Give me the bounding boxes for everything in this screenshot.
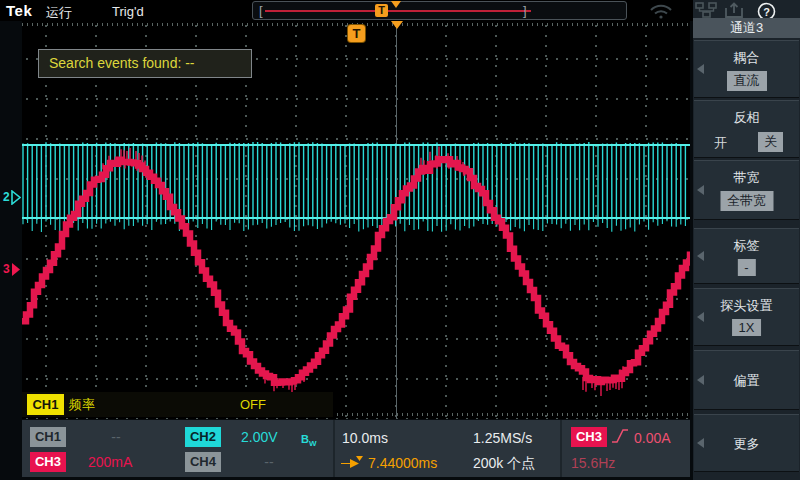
ch3-badge[interactable]: CH3	[30, 452, 66, 472]
measurement-bar: CH1 频率 OFF	[22, 392, 333, 417]
network-icon	[695, 2, 718, 18]
record-view-line	[265, 10, 531, 12]
sidebar-item-invert[interactable]: 反相 开 关	[694, 100, 799, 158]
trigger-frequency: 15.6Hz	[571, 453, 615, 473]
record-start-bracket: [	[259, 2, 263, 19]
rising-slope-icon	[611, 428, 629, 444]
sample-rate: 1.25MS/s	[473, 428, 532, 448]
bandwidth-label: 带宽	[694, 169, 799, 187]
sidebar-title: 通道3	[693, 18, 800, 38]
coupling-value: 直流	[727, 71, 767, 91]
trigger-position-marker-icon[interactable]: T	[375, 4, 388, 17]
ch3-position-marker[interactable]: 3	[3, 261, 21, 277]
oscilloscope-screen: Tek 运行 Trig'd [ ] T T Search events foun…	[0, 0, 800, 480]
delay-arrow-icon	[340, 456, 364, 471]
svg-text:?: ?	[763, 6, 770, 18]
offset-label: 偏置	[694, 372, 799, 390]
measurement-value: OFF	[240, 392, 266, 417]
sidebar-item-coupling[interactable]: 耦合 直流	[694, 40, 799, 98]
bandwidth-limit-icon: BW	[301, 429, 317, 454]
waveform-traces	[22, 21, 690, 419]
ch1-badge[interactable]: CH1	[30, 427, 66, 447]
invert-on-option[interactable]: 开	[714, 134, 727, 152]
ch2-badge[interactable]: CH2	[185, 427, 221, 447]
ch3-marker-triangle-icon	[11, 262, 21, 277]
ch3-marker-label: 3	[3, 262, 10, 276]
coupling-label: 耦合	[694, 49, 799, 67]
bandwidth-value: 全带宽	[720, 191, 773, 211]
measurement-type-label: 频率	[69, 392, 95, 417]
divider	[333, 420, 335, 477]
ch4-badge[interactable]: CH4	[185, 452, 221, 472]
ch3-scale: 200mA	[88, 452, 132, 472]
divider	[560, 420, 562, 477]
timebase-scale: 10.0ms	[342, 428, 388, 448]
acquisition-position-bar[interactable]: [ ] T	[252, 1, 627, 20]
sidebar-item-probe-setup[interactable]: 探头设置 1X	[694, 288, 799, 346]
invert-off-option[interactable]: 关	[758, 132, 783, 152]
measurement-channel-badge[interactable]: CH1	[27, 394, 64, 415]
trigger-level: 0.00A	[634, 428, 671, 448]
sidebar-item-more[interactable]: 更多	[694, 414, 799, 472]
ch2-scale: 2.00V	[241, 427, 278, 447]
wifi-icon	[649, 4, 673, 19]
search-events-banner: Search events found: --	[38, 49, 252, 78]
top-status-bar: Tek 运行 Trig'd [ ] T	[0, 0, 693, 21]
trigger-source-badge[interactable]: CH3	[571, 427, 607, 447]
ch2-marker-label: 2	[3, 190, 10, 204]
ch1-scale: --	[88, 427, 144, 447]
sidebar-item-label[interactable]: 标签 -	[694, 228, 799, 284]
sidebar-item-bandwidth[interactable]: 带宽 全带宽	[694, 160, 799, 220]
ch2-position-marker[interactable]: 2	[3, 189, 21, 205]
ch4-scale: --	[241, 452, 297, 472]
trigger-position-arrow-icon	[391, 1, 401, 8]
waveform-display: T Search events found: -- CH1 频率 OFF	[22, 21, 690, 419]
soft-menu-sidebar: ? 通道3 耦合 直流 反相 开 关 带宽 全带宽 标签 - 探头设置 1X	[693, 0, 800, 480]
ch2-marker-triangle-icon	[11, 190, 21, 205]
delay-time: 7.44000ms	[368, 453, 437, 473]
record-length: 200k 个点	[473, 453, 535, 473]
trigger-point-badge-icon[interactable]: T	[348, 25, 365, 42]
label-label: 标签	[694, 237, 799, 255]
record-end-bracket: ]	[523, 2, 527, 19]
tek-logo: Tek	[6, 2, 32, 19]
run-status: 运行	[46, 4, 72, 22]
trigger-status: Trig'd	[112, 4, 144, 19]
label-value: -	[737, 259, 755, 276]
trigger-point-arrow-icon[interactable]	[391, 21, 403, 29]
probe-setup-label: 探头设置	[694, 297, 799, 315]
sidebar-item-offset[interactable]: 偏置	[694, 350, 799, 410]
invert-label: 反相	[694, 109, 799, 127]
export-file-icon[interactable]	[723, 2, 746, 19]
probe-setup-value: 1X	[732, 319, 762, 336]
more-label: 更多	[694, 435, 799, 453]
bottom-status-bar: CH1 -- CH3 200mA CH2 2.00V BW CH4 -- 10.…	[22, 420, 690, 477]
